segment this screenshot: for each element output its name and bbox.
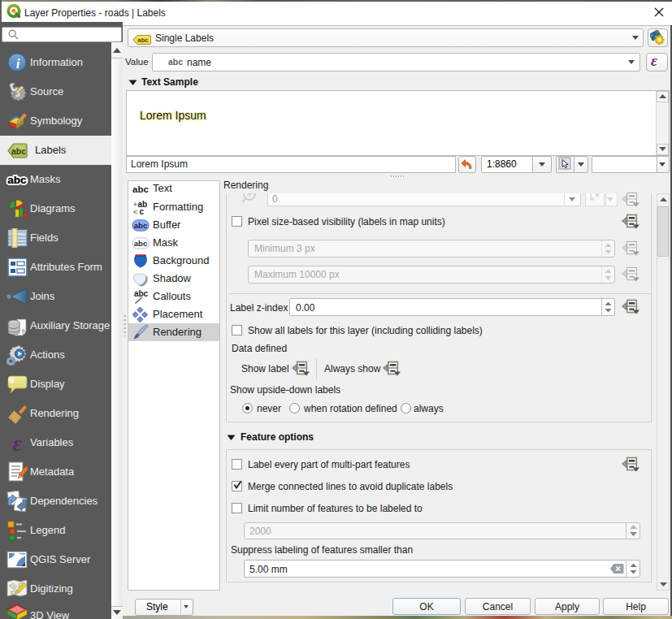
svg-text:abc: abc	[7, 174, 27, 186]
svg-text:abc: abc	[11, 146, 25, 156]
svg-text:abc: abc	[138, 37, 149, 44]
svg-text:abc: abc	[132, 184, 149, 194]
svg-text:ε: ε	[12, 432, 22, 453]
svg-text:<: <	[133, 207, 137, 215]
svg-text:abc: abc	[133, 221, 146, 230]
svg-text:abc: abc	[133, 239, 146, 248]
svg-text:i: i	[16, 56, 20, 71]
svg-text:abc: abc	[133, 289, 148, 298]
svg-text:c: c	[139, 206, 144, 215]
